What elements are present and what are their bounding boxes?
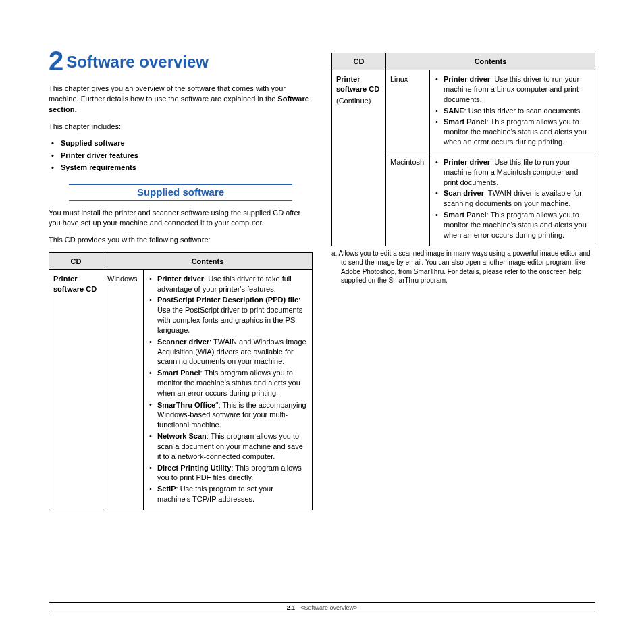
table-row: Printer software CD Windows Printer driv… bbox=[49, 269, 313, 510]
section-heading-wrap: Supplied software bbox=[49, 184, 313, 201]
section-paragraph: You must install the printer and scanner… bbox=[49, 208, 313, 229]
cd-label-cell: Printer software CD (Continue) bbox=[332, 70, 386, 246]
list-item: Scanner driver: TWAIN and Windows Image … bbox=[157, 337, 308, 367]
left-column: 2Software overview This chapter gives yo… bbox=[49, 47, 313, 510]
section-paragraph: This CD provides you with the following … bbox=[49, 235, 313, 245]
list-item: Smart Panel: This program allows you to … bbox=[444, 117, 591, 147]
chapter-title-text: Software overview bbox=[66, 53, 209, 71]
contents-cell: Printer driver: Use this file to run you… bbox=[430, 153, 595, 246]
list-item: SmarThru Officea: This is the accompanyi… bbox=[157, 400, 308, 430]
os-cell: Windows bbox=[103, 269, 144, 510]
page-number: 2.1 bbox=[287, 604, 296, 611]
section-rule-top bbox=[69, 184, 292, 185]
table-header-cd: CD bbox=[49, 252, 103, 269]
list-item: Network Scan: This program allows you to… bbox=[157, 431, 308, 462]
software-table-left: CD Contents Printer software CD Windows … bbox=[49, 252, 313, 510]
chapter-toc-list: Supplied software Printer driver feature… bbox=[49, 139, 313, 171]
os-cell: Linux bbox=[386, 70, 430, 153]
toc-item[interactable]: Supplied software bbox=[61, 139, 313, 147]
table-header-contents: Contents bbox=[386, 53, 595, 70]
list-item: Scan driver: TWAIN driver is available f… bbox=[444, 188, 591, 209]
contents-cell: Printer driver: Use this driver to run y… bbox=[430, 70, 595, 153]
table-row: Printer software CD (Continue) Linux Pri… bbox=[332, 70, 595, 153]
page-body: 2Software overview This chapter gives yo… bbox=[0, 0, 644, 510]
list-item: Smart Panel: This program allows you to … bbox=[157, 368, 308, 398]
list-item: Printer driver: Use this driver to take … bbox=[157, 274, 308, 294]
page-footer: 2.1 <Software overview> bbox=[49, 602, 595, 613]
section-rule-bottom bbox=[69, 200, 292, 201]
chapter-heading: 2Software overview bbox=[49, 47, 313, 74]
list-item: Smart Panel: This program allows you to … bbox=[444, 210, 591, 240]
right-column: CD Contents Printer software CD (Continu… bbox=[331, 47, 595, 510]
list-item: Printer driver: Use this driver to run y… bbox=[444, 74, 591, 105]
intro-paragraph-1: This chapter gives you an overview of th… bbox=[49, 84, 313, 115]
software-table-right: CD Contents Printer software CD (Continu… bbox=[331, 53, 595, 246]
list-item: Printer driver: Use this file to run you… bbox=[444, 157, 591, 188]
section-heading: Supplied software bbox=[49, 186, 313, 198]
toc-item[interactable]: System requirements bbox=[61, 163, 313, 171]
list-item: PostScript Printer Description (PPD) fil… bbox=[157, 295, 308, 335]
list-item: Direct Printing Utility: This program al… bbox=[157, 463, 308, 483]
cd-label-cell: Printer software CD bbox=[49, 269, 103, 510]
list-item: SetIP: Use this program to set your mach… bbox=[157, 484, 308, 504]
table-header-cd: CD bbox=[332, 53, 386, 70]
os-cell: Macintosh bbox=[386, 153, 430, 246]
chapter-number: 2 bbox=[49, 46, 63, 76]
intro-paragraph-2: This chapter includes: bbox=[49, 122, 313, 132]
footer-breadcrumb: <Software overview> bbox=[300, 604, 357, 611]
table-header-contents: Contents bbox=[103, 252, 313, 269]
contents-cell: Printer driver: Use this driver to take … bbox=[144, 269, 313, 510]
toc-item[interactable]: Printer driver features bbox=[61, 151, 313, 159]
footnote: a. Allows you to edit a scanned image in… bbox=[331, 249, 595, 286]
list-item: SANE: Use this driver to scan documents. bbox=[444, 106, 591, 116]
